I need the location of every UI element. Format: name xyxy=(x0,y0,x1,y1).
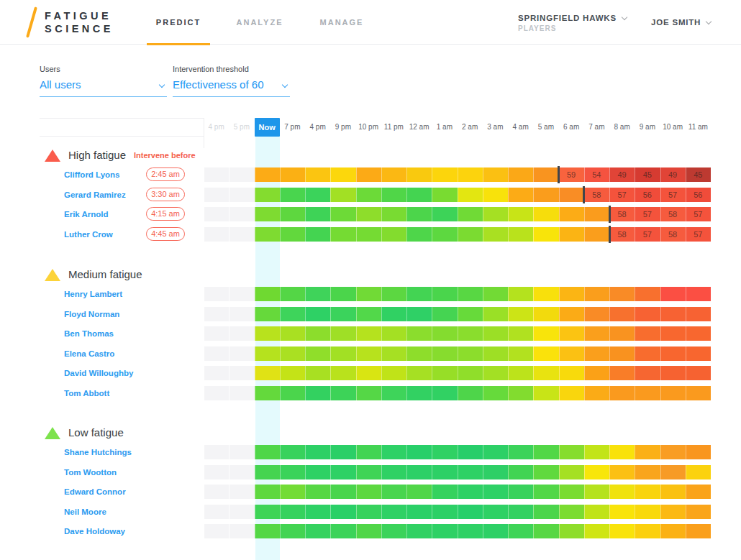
player-fatigue-bar[interactable]: 5857565756 xyxy=(204,188,711,202)
effectiveness-cell: 57 xyxy=(635,207,660,221)
users-filter-label: Users xyxy=(40,65,167,73)
effectiveness-cell: 59 xyxy=(559,167,584,182)
heat-cell xyxy=(508,465,533,479)
heat-cell xyxy=(255,465,280,479)
heat-cell xyxy=(584,307,609,321)
effectiveness-cell: 57 xyxy=(686,227,711,242)
player-fatigue-bar[interactable]: 58575857 xyxy=(204,207,711,221)
player-name-link[interactable]: Edward Connor xyxy=(64,485,150,499)
player-name-link[interactable]: Tom Wootton xyxy=(64,465,150,479)
heat-cell xyxy=(356,207,381,221)
player-fatigue-bar[interactable] xyxy=(204,465,711,479)
heat-cell xyxy=(508,386,533,400)
heat-cell xyxy=(356,326,381,341)
player-fatigue-bar[interactable] xyxy=(204,326,711,341)
player-fatigue-bar[interactable] xyxy=(204,386,711,400)
tab-analyze[interactable]: ANALYZE xyxy=(229,0,290,45)
player-name-link[interactable]: Elena Castro xyxy=(64,346,150,361)
heat-cell xyxy=(584,465,609,479)
heat-cell xyxy=(356,188,381,202)
heat-cell xyxy=(305,485,330,499)
player-name-link[interactable]: David Willoughby xyxy=(64,366,150,380)
heat-cell xyxy=(660,445,686,459)
heat-cell xyxy=(305,207,330,221)
heat-cell xyxy=(330,346,355,361)
heat-cell xyxy=(305,445,330,459)
effectiveness-cell: 45 xyxy=(686,167,711,182)
heat-cell xyxy=(305,386,330,400)
past-cell xyxy=(229,445,254,459)
time-axis-label: 11 pm xyxy=(381,118,406,137)
tab-predict[interactable]: PREDICT xyxy=(147,0,210,45)
heat-cell xyxy=(660,287,686,301)
heat-cell xyxy=(432,207,457,221)
team-selector[interactable]: SPRINGFIELD HAWKS PLAYERS xyxy=(518,14,627,32)
heat-cell xyxy=(508,366,533,380)
player-name-link[interactable]: Henry Lambert xyxy=(64,287,150,301)
heat-cell xyxy=(686,287,711,301)
heat-cell xyxy=(508,485,533,499)
heat-cell xyxy=(635,485,660,499)
logo-slash-icon xyxy=(26,6,37,37)
effectiveness-cell: 49 xyxy=(660,167,686,182)
heat-cell xyxy=(406,167,432,182)
heat-cell xyxy=(533,445,558,459)
heat-cell xyxy=(533,326,558,341)
threshold-filter-label: Intervention threshold xyxy=(173,65,290,73)
player-fatigue-bar[interactable] xyxy=(204,346,711,361)
heat-cell xyxy=(356,287,381,301)
player-name-link[interactable]: Clifford Lyons xyxy=(64,167,150,182)
heat-cell xyxy=(483,505,508,519)
player-fatigue-bar[interactable]: 595449454945 xyxy=(204,167,711,182)
player-name-link[interactable]: Luther Crow xyxy=(64,227,150,242)
heat-cell xyxy=(483,207,508,221)
heat-cell xyxy=(305,227,330,242)
tab-manage[interactable]: MANAGE xyxy=(312,0,372,45)
heat-cell xyxy=(635,465,660,479)
heat-cell xyxy=(255,445,280,459)
heat-cell xyxy=(330,524,355,538)
heat-cell xyxy=(280,326,305,341)
player-name-link[interactable]: Tom Abbott xyxy=(64,386,150,400)
heat-cell xyxy=(458,445,483,459)
time-axis-label: 3 am xyxy=(483,118,508,137)
heat-cell xyxy=(330,207,355,221)
player-name-link[interactable]: Erik Arnold xyxy=(64,207,150,221)
player-name-link[interactable]: Floyd Norman xyxy=(64,307,150,321)
heat-cell xyxy=(255,326,280,341)
player-name-link[interactable]: Dave Holdoway xyxy=(64,524,150,538)
player-fatigue-bar[interactable] xyxy=(204,287,711,301)
heat-cell xyxy=(330,227,355,242)
effectiveness-cell: 58 xyxy=(584,188,609,202)
heat-cell xyxy=(356,445,381,459)
player-fatigue-bar[interactable] xyxy=(204,445,711,459)
intervene-time-chip: 3:30 am xyxy=(146,188,185,201)
user-menu[interactable]: JOE SMITH xyxy=(651,18,711,27)
threshold-crossing-marker xyxy=(558,166,560,183)
player-fatigue-bar[interactable] xyxy=(204,307,711,321)
heat-cell xyxy=(305,465,330,479)
player-name-link[interactable]: Ben Thomas xyxy=(64,326,150,341)
past-cell xyxy=(204,445,229,459)
player-name-link[interactable]: Gerard Ramirez xyxy=(64,188,150,202)
heat-cell xyxy=(483,445,508,459)
heat-cell xyxy=(483,386,508,400)
heat-cell xyxy=(280,445,305,459)
heat-cell xyxy=(381,386,406,400)
users-filter-select[interactable]: All users xyxy=(40,78,167,97)
player-fatigue-bar[interactable] xyxy=(204,524,711,538)
past-cell xyxy=(229,386,254,400)
threshold-filter-select[interactable]: Effectiveness of 60 xyxy=(173,78,290,97)
heat-cell xyxy=(508,307,533,321)
player-fatigue-bar[interactable] xyxy=(204,505,711,519)
heat-cell xyxy=(559,326,584,341)
player-name-link[interactable]: Shane Hutchings xyxy=(64,445,150,459)
heat-cell xyxy=(483,167,508,182)
past-cell xyxy=(229,524,254,538)
player-fatigue-bar[interactable] xyxy=(204,485,711,499)
heat-cell xyxy=(432,188,457,202)
player-fatigue-bar[interactable]: 58575857 xyxy=(204,227,711,242)
player-fatigue-bar[interactable] xyxy=(204,366,711,380)
axis-left-box xyxy=(40,118,204,137)
player-name-link[interactable]: Neil Moore xyxy=(64,505,150,519)
